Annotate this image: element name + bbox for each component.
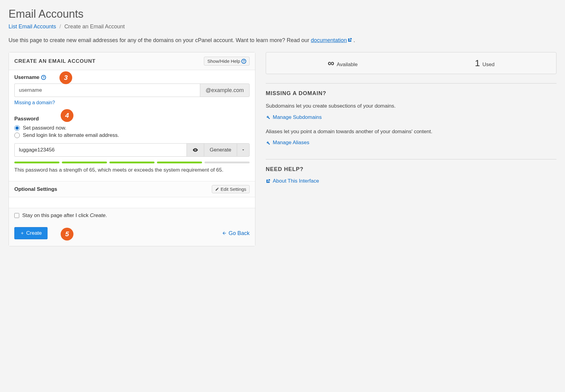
generate-dropdown-button[interactable]	[237, 143, 250, 157]
stats-box: ∞ Available 1 Used	[266, 52, 556, 74]
create-button[interactable]: Create	[14, 227, 48, 239]
step-badge-3: 3	[59, 71, 72, 84]
radio-send-login-link[interactable]: Send login link to alternate email addre…	[14, 132, 250, 138]
username-help-icon[interactable]: ?	[41, 75, 46, 80]
aliases-description: Aliases let you point a domain towards a…	[266, 128, 556, 136]
step-badge-5: 5	[61, 228, 73, 241]
password-label: Password	[14, 116, 39, 122]
pencil-icon	[215, 187, 219, 191]
show-hide-help-button[interactable]: Show/Hide Help ?	[204, 57, 250, 66]
external-link-icon	[347, 38, 352, 42]
radio-set-password-now[interactable]: Set password now.	[14, 125, 250, 131]
password-strength-bar	[14, 162, 250, 163]
about-interface-link[interactable]: About This Interface	[266, 178, 319, 184]
password-input[interactable]	[14, 143, 187, 157]
panel-title: CREATE AN EMAIL ACCOUNT	[14, 58, 96, 64]
available-label: Available	[337, 62, 358, 68]
manage-subdomains-link[interactable]: Manage Subdomains	[266, 114, 322, 120]
stay-on-page-checkbox[interactable]	[14, 213, 19, 218]
missing-domain-link[interactable]: Missing a domain?	[14, 100, 55, 105]
create-email-panel: CREATE AN EMAIL ACCOUNT Show/Hide Help ?…	[9, 52, 255, 246]
missing-domain-heading: MISSING A DOMAIN?	[266, 90, 556, 97]
eye-icon	[192, 147, 198, 153]
plus-icon	[20, 231, 24, 235]
wrench-icon	[266, 115, 270, 119]
intro-text: Use this page to create new email addres…	[9, 37, 556, 44]
username-input[interactable]	[14, 84, 200, 97]
username-label: Username	[14, 74, 39, 80]
used-label: Used	[482, 62, 495, 68]
go-back-link[interactable]: Go Back	[222, 230, 250, 237]
help-icon: ?	[241, 59, 246, 64]
documentation-link[interactable]: documentation	[311, 37, 352, 43]
page-title: Email Accounts	[9, 8, 556, 20]
wrench-icon	[266, 141, 270, 145]
generate-password-button[interactable]: Generate	[204, 143, 237, 157]
arrow-left-icon	[222, 231, 227, 236]
infinity-icon: ∞	[328, 58, 334, 68]
breadcrumb-sep: /	[59, 23, 61, 30]
breadcrumb-link-list[interactable]: List Email Accounts	[9, 23, 56, 30]
external-link-icon	[266, 179, 270, 184]
toggle-visibility-button[interactable]	[187, 143, 204, 157]
stay-on-page-checkbox-row[interactable]: Stay on this page after I click Create.	[14, 212, 250, 219]
manage-aliases-link[interactable]: Manage Aliases	[266, 140, 309, 146]
breadcrumb: List Email Accounts / Create an Email Ac…	[9, 23, 556, 30]
breadcrumb-current: Create an Email Account	[64, 23, 125, 30]
chevron-down-icon	[241, 148, 245, 152]
domain-addon: @example.com	[200, 84, 250, 97]
need-help-heading: NEED HELP?	[266, 166, 556, 173]
used-count: 1	[475, 58, 480, 68]
optional-settings-title: Optional Settings	[14, 186, 57, 192]
password-strength-text: This password has a strength of 65, whic…	[14, 167, 250, 173]
subdomains-description: Subdomains let you create subsections of…	[266, 102, 556, 110]
edit-settings-button[interactable]: Edit Settings	[212, 185, 250, 193]
step-badge-4: 4	[61, 109, 73, 122]
